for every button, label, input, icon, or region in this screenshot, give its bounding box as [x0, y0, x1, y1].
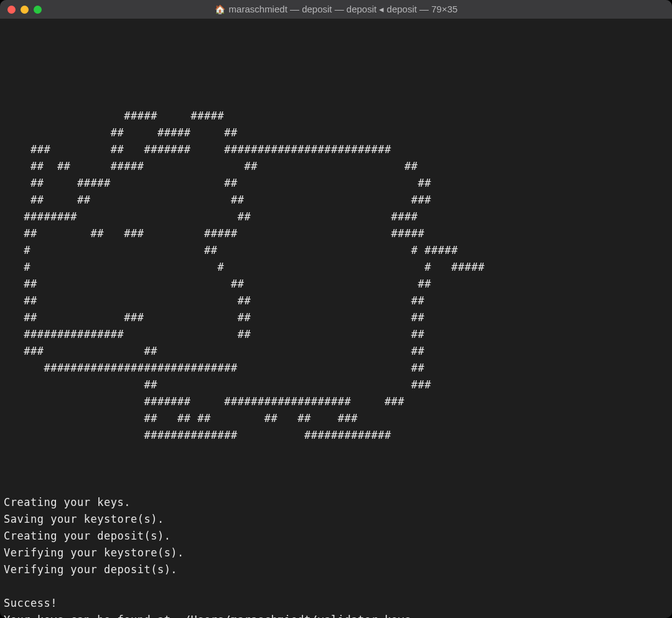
minimize-button[interactable]	[21, 6, 29, 14]
terminal-body[interactable]: ##### ##### ## ##### ## ### ## ####### #…	[0, 19, 672, 618]
log-line: Creating your deposit(s).	[4, 530, 170, 542]
success-line: Success!	[4, 597, 57, 609]
log-line: Verifying your keystore(s).	[4, 546, 184, 559]
window-title: 🏠 maraschmiedt — deposit — deposit ◂ dep…	[0, 4, 672, 15]
home-icon: 🏠	[215, 5, 225, 14]
log-line: Saving your keystore(s).	[4, 513, 164, 525]
close-button[interactable]	[7, 6, 16, 14]
log-block: Creating your keys. Saving your keystore…	[4, 477, 668, 618]
maximize-button[interactable]	[34, 6, 42, 14]
terminal-window: 🏠 maraschmiedt — deposit — deposit ◂ dep…	[0, 0, 672, 618]
ascii-art: ##### ##### ## ##### ## ### ## ####### #…	[4, 57, 668, 444]
window-title-text: maraschmiedt — deposit — deposit ◂ depos…	[229, 4, 458, 15]
log-line: Verifying your deposit(s).	[4, 563, 177, 576]
log-line: Creating your keys.	[4, 496, 131, 508]
titlebar: 🏠 maraschmiedt — deposit — deposit ◂ dep…	[0, 0, 672, 19]
traffic-lights	[7, 6, 42, 14]
success-line: Your keys can be found at: /Users/marasc…	[4, 614, 411, 618]
